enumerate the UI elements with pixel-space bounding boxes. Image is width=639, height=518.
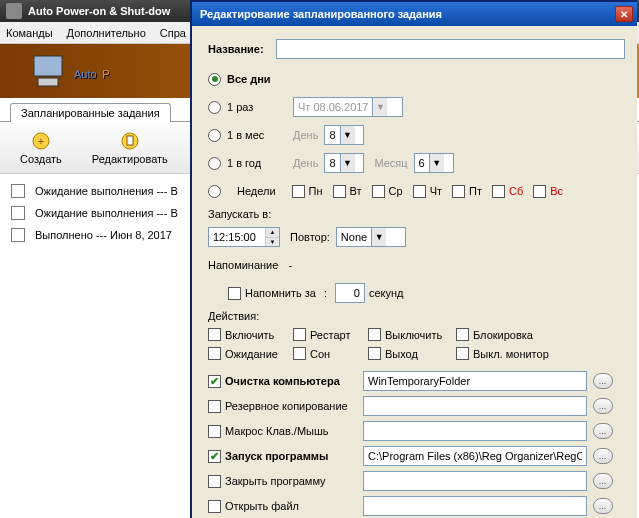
menu-commands[interactable]: Команды [6,27,53,39]
prog-value-input[interactable] [363,396,587,416]
svg-text:+: + [38,135,44,147]
prog-label: Очистка компьютера [225,375,340,387]
svg-rect-1 [38,78,58,86]
menu-extra[interactable]: Дополнительно [67,27,146,39]
spin-down-icon[interactable]: ▼ [265,238,279,247]
program-row: Открыть файл… [208,495,625,517]
prog-value-input[interactable] [363,446,587,466]
chk-sun[interactable] [533,185,546,198]
program-row: Запуск программы… [208,445,625,467]
programs-section: Очистка компьютера…Резервное копирование… [208,370,625,518]
once-date-combo[interactable]: Чт 08.06.2017▼ [293,97,403,117]
chk-prog-2[interactable] [208,425,221,438]
close-button[interactable]: ✕ [615,6,633,22]
prog-label: Закрыть программу [225,475,326,487]
browse-button[interactable]: … [593,373,613,389]
chk-monitor-off[interactable] [456,347,469,360]
create-icon: + [31,131,51,151]
prog-label: Макрос Клав./Мышь [225,425,329,437]
chk-prog-4[interactable] [208,475,221,488]
radio-monthly-label: 1 в мес [227,129,279,141]
list-checkbox[interactable] [11,184,25,198]
chk-restart[interactable] [293,328,306,341]
browse-button[interactable]: … [593,423,613,439]
edit-button[interactable]: Редактировать [92,131,168,165]
month-day-combo[interactable]: 8▼ [324,125,364,145]
program-row: Закрыть программу… [208,470,625,492]
chk-prog-1[interactable] [208,400,221,413]
list-text: Ожидание выполнения --- В [35,185,178,197]
banner-text: Auto P [74,58,109,84]
list-text: Выполнено --- Июн 8, 2017 [35,229,172,241]
chk-poweron[interactable] [208,328,221,341]
run-at-label: Запускать в: [208,208,625,220]
prog-value-input[interactable] [363,496,587,516]
chk-prog-3[interactable] [208,450,221,463]
prog-value-input[interactable] [363,471,587,491]
dialog-title: Редактирование запланированного задания [200,8,442,20]
remind-unit: секунд [369,287,404,299]
year-month-combo[interactable]: 6▼ [414,153,454,173]
prog-label: Открыть файл [225,500,299,512]
create-button[interactable]: + Создать [20,131,62,165]
repeat-combo[interactable]: None▼ [336,227,406,247]
chk-standby[interactable] [208,347,221,360]
chk-logoff[interactable] [368,347,381,360]
reminder-label: Напоминание [208,259,278,271]
chevron-down-icon: ▼ [340,154,355,172]
tab-scheduled[interactable]: Запланированные задания [10,103,171,122]
chevron-down-icon: ▼ [429,154,444,172]
name-input[interactable] [276,39,625,59]
remind-seconds-input[interactable] [335,283,365,303]
radio-once[interactable] [208,101,221,114]
create-label: Создать [20,153,62,165]
month-label: Месяц [374,157,407,169]
chevron-down-icon: ▼ [372,98,387,116]
menu-help[interactable]: Спра [160,27,186,39]
radio-yearly[interactable] [208,157,221,170]
chk-prog-0[interactable] [208,375,221,388]
radio-weekly[interactable] [208,185,221,198]
prog-value-input[interactable] [363,421,587,441]
chk-wed[interactable] [372,185,385,198]
edit-task-dialog: Редактирование запланированного задания … [190,0,637,518]
radio-all-days[interactable] [208,73,221,86]
radio-monthly[interactable] [208,129,221,142]
prog-label: Резервное копирование [225,400,348,412]
chevron-down-icon: ▼ [340,126,355,144]
actions-label: Действия: [208,310,625,322]
app-icon [6,3,22,19]
list-text: Ожидание выполнения --- В [35,207,178,219]
chk-fri[interactable] [452,185,465,198]
spin-up-icon[interactable]: ▲ [265,228,279,238]
year-day-combo[interactable]: 8▼ [324,153,364,173]
browse-button[interactable]: … [593,473,613,489]
chk-remind[interactable] [228,287,241,300]
chevron-down-icon: ▼ [371,228,386,246]
radio-yearly-label: 1 в год [227,157,279,169]
time-spinner[interactable]: ▲▼ [208,227,280,247]
chk-sleep[interactable] [293,347,306,360]
chk-shutdown[interactable] [368,328,381,341]
chk-thu[interactable] [413,185,426,198]
radio-once-label: 1 раз [227,101,279,113]
prog-value-input[interactable] [363,371,587,391]
chk-sat[interactable] [492,185,505,198]
chk-prog-5[interactable] [208,500,221,513]
actions-grid: Включить Рестарт Выключить Блокировка Ож… [208,328,625,360]
list-checkbox[interactable] [11,228,25,242]
day-label-2: День [293,157,318,169]
chk-tue[interactable] [333,185,346,198]
browse-button[interactable]: … [593,398,613,414]
program-row: Макрос Клав./Мышь… [208,420,625,442]
name-label: Название: [208,43,276,55]
browse-button[interactable]: … [593,448,613,464]
window-title: Auto Power-on & Shut-dow [28,5,170,17]
chk-lock[interactable] [456,328,469,341]
list-checkbox[interactable] [11,206,25,220]
remind-chk-label: Напомнить за [245,287,316,299]
program-row: Очистка компьютера… [208,370,625,392]
time-input[interactable] [209,228,265,246]
browse-button[interactable]: … [593,498,613,514]
chk-mon[interactable] [292,185,305,198]
